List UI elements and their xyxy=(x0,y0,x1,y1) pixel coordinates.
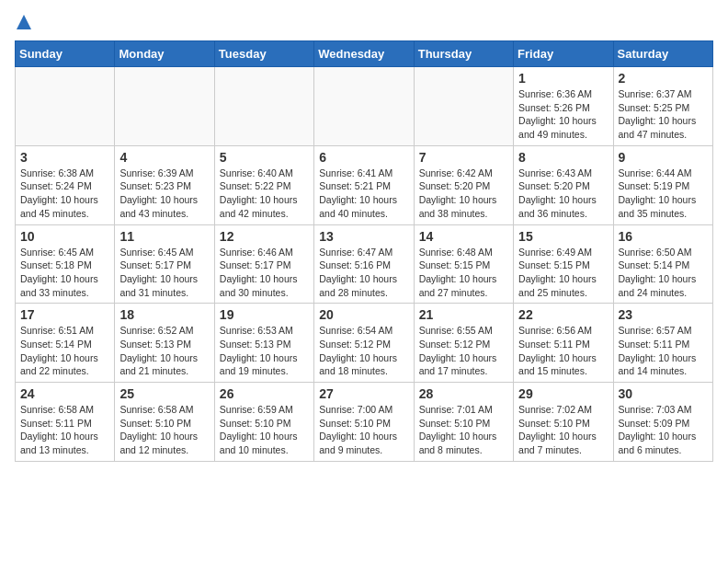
day-number: 16 xyxy=(619,229,708,244)
day-info: Sunrise: 6:49 AM Sunset: 5:15 PM Dayligh… xyxy=(518,246,608,300)
calendar-cell: 18Sunrise: 6:52 AM Sunset: 5:13 PM Dayli… xyxy=(115,304,214,383)
day-info: Sunrise: 6:57 AM Sunset: 5:11 PM Dayligh… xyxy=(619,324,708,378)
day-info: Sunrise: 7:03 AM Sunset: 5:09 PM Dayligh… xyxy=(619,403,708,457)
weekday-header-wednesday: Wednesday xyxy=(314,41,414,67)
calendar-cell: 7Sunrise: 6:42 AM Sunset: 5:20 PM Daylig… xyxy=(414,145,513,224)
day-number: 22 xyxy=(518,307,608,322)
calendar-cell: 12Sunrise: 6:46 AM Sunset: 5:17 PM Dayli… xyxy=(214,224,313,304)
weekday-header-thursday: Thursday xyxy=(414,41,513,67)
day-info: Sunrise: 6:39 AM Sunset: 5:23 PM Dayligh… xyxy=(119,167,209,221)
calendar-cell: 17Sunrise: 6:51 AM Sunset: 5:14 PM Dayli… xyxy=(16,304,115,383)
day-number: 20 xyxy=(319,307,408,322)
calendar-cell xyxy=(115,67,214,146)
calendar-cell xyxy=(414,67,513,146)
day-info: Sunrise: 6:38 AM Sunset: 5:24 PM Dayligh… xyxy=(20,167,109,221)
day-info: Sunrise: 6:47 AM Sunset: 5:16 PM Dayligh… xyxy=(319,246,408,300)
calendar-cell xyxy=(214,67,313,146)
day-info: Sunrise: 6:56 AM Sunset: 5:11 PM Dayligh… xyxy=(518,324,608,378)
day-number: 6 xyxy=(319,150,408,165)
weekday-header-friday: Friday xyxy=(514,41,613,67)
calendar-cell: 5Sunrise: 6:40 AM Sunset: 5:22 PM Daylig… xyxy=(214,145,313,224)
day-info: Sunrise: 6:50 AM Sunset: 5:14 PM Dayligh… xyxy=(619,246,708,300)
calendar-cell: 15Sunrise: 6:49 AM Sunset: 5:15 PM Dayli… xyxy=(514,224,613,304)
calendar-cell: 13Sunrise: 6:47 AM Sunset: 5:16 PM Dayli… xyxy=(314,224,414,304)
day-number: 27 xyxy=(319,386,408,401)
day-info: Sunrise: 6:45 AM Sunset: 5:17 PM Dayligh… xyxy=(119,246,209,300)
day-number: 28 xyxy=(419,386,508,401)
day-info: Sunrise: 6:51 AM Sunset: 5:14 PM Dayligh… xyxy=(20,324,109,378)
calendar-cell: 30Sunrise: 7:03 AM Sunset: 5:09 PM Dayli… xyxy=(613,383,712,462)
day-info: Sunrise: 6:37 AM Sunset: 5:25 PM Dayligh… xyxy=(619,87,708,142)
day-number: 14 xyxy=(419,229,508,244)
day-number: 8 xyxy=(518,150,608,165)
calendar-cell: 24Sunrise: 6:58 AM Sunset: 5:11 PM Dayli… xyxy=(16,383,115,462)
calendar-cell: 9Sunrise: 6:44 AM Sunset: 5:19 PM Daylig… xyxy=(613,145,712,224)
calendar-cell: 8Sunrise: 6:43 AM Sunset: 5:20 PM Daylig… xyxy=(514,145,613,224)
day-info: Sunrise: 6:58 AM Sunset: 5:11 PM Dayligh… xyxy=(20,403,109,457)
calendar-cell xyxy=(16,67,115,146)
day-number: 13 xyxy=(319,229,408,244)
calendar-cell: 14Sunrise: 6:48 AM Sunset: 5:15 PM Dayli… xyxy=(414,224,513,304)
logo xyxy=(15,15,31,29)
calendar-cell: 4Sunrise: 6:39 AM Sunset: 5:23 PM Daylig… xyxy=(115,145,214,224)
day-number: 10 xyxy=(20,229,109,244)
day-number: 11 xyxy=(119,229,209,244)
calendar-cell: 28Sunrise: 7:01 AM Sunset: 5:10 PM Dayli… xyxy=(414,383,513,462)
calendar-table: SundayMondayTuesdayWednesdayThursdayFrid… xyxy=(15,40,713,462)
day-info: Sunrise: 6:41 AM Sunset: 5:21 PM Dayligh… xyxy=(319,167,408,221)
day-number: 9 xyxy=(619,150,708,165)
calendar-cell: 20Sunrise: 6:54 AM Sunset: 5:12 PM Dayli… xyxy=(314,304,414,383)
day-info: Sunrise: 6:46 AM Sunset: 5:17 PM Dayligh… xyxy=(220,246,309,300)
calendar-cell: 16Sunrise: 6:50 AM Sunset: 5:14 PM Dayli… xyxy=(613,224,712,304)
calendar-week-5: 24Sunrise: 6:58 AM Sunset: 5:11 PM Dayli… xyxy=(16,383,713,462)
day-number: 5 xyxy=(220,150,309,165)
calendar-cell: 27Sunrise: 7:00 AM Sunset: 5:10 PM Dayli… xyxy=(314,383,414,462)
calendar-cell: 23Sunrise: 6:57 AM Sunset: 5:11 PM Dayli… xyxy=(613,304,712,383)
day-info: Sunrise: 6:58 AM Sunset: 5:10 PM Dayligh… xyxy=(119,403,209,457)
day-number: 17 xyxy=(20,307,109,322)
calendar-cell: 6Sunrise: 6:41 AM Sunset: 5:21 PM Daylig… xyxy=(314,145,414,224)
day-info: Sunrise: 6:43 AM Sunset: 5:20 PM Dayligh… xyxy=(518,167,608,221)
calendar-week-4: 17Sunrise: 6:51 AM Sunset: 5:14 PM Dayli… xyxy=(16,304,713,383)
day-number: 4 xyxy=(119,150,209,165)
day-number: 26 xyxy=(220,386,309,401)
day-info: Sunrise: 6:36 AM Sunset: 5:26 PM Dayligh… xyxy=(518,87,608,142)
day-info: Sunrise: 6:42 AM Sunset: 5:20 PM Dayligh… xyxy=(419,167,508,221)
day-number: 24 xyxy=(20,386,109,401)
day-number: 21 xyxy=(419,307,508,322)
calendar-cell: 10Sunrise: 6:45 AM Sunset: 5:18 PM Dayli… xyxy=(16,224,115,304)
day-number: 25 xyxy=(119,386,209,401)
calendar-cell: 1Sunrise: 6:36 AM Sunset: 5:26 PM Daylig… xyxy=(514,67,613,146)
calendar-week-2: 3Sunrise: 6:38 AM Sunset: 5:24 PM Daylig… xyxy=(16,145,713,224)
calendar-cell: 29Sunrise: 7:02 AM Sunset: 5:10 PM Dayli… xyxy=(514,383,613,462)
day-number: 18 xyxy=(119,307,209,322)
calendar-header-row: SundayMondayTuesdayWednesdayThursdayFrid… xyxy=(16,41,713,67)
day-info: Sunrise: 7:02 AM Sunset: 5:10 PM Dayligh… xyxy=(518,403,608,457)
calendar-week-3: 10Sunrise: 6:45 AM Sunset: 5:18 PM Dayli… xyxy=(16,224,713,304)
day-info: Sunrise: 6:53 AM Sunset: 5:13 PM Dayligh… xyxy=(220,324,309,378)
calendar-cell: 11Sunrise: 6:45 AM Sunset: 5:17 PM Dayli… xyxy=(115,224,214,304)
calendar-cell: 21Sunrise: 6:55 AM Sunset: 5:12 PM Dayli… xyxy=(414,304,513,383)
day-info: Sunrise: 7:00 AM Sunset: 5:10 PM Dayligh… xyxy=(319,403,408,457)
day-info: Sunrise: 6:45 AM Sunset: 5:18 PM Dayligh… xyxy=(20,246,109,300)
calendar-cell: 19Sunrise: 6:53 AM Sunset: 5:13 PM Dayli… xyxy=(214,304,313,383)
weekday-header-sunday: Sunday xyxy=(16,41,115,67)
day-info: Sunrise: 6:52 AM Sunset: 5:13 PM Dayligh… xyxy=(119,324,209,378)
day-info: Sunrise: 6:48 AM Sunset: 5:15 PM Dayligh… xyxy=(419,246,508,300)
day-info: Sunrise: 6:55 AM Sunset: 5:12 PM Dayligh… xyxy=(419,324,508,378)
calendar-cell: 22Sunrise: 6:56 AM Sunset: 5:11 PM Dayli… xyxy=(514,304,613,383)
calendar-cell: 2Sunrise: 6:37 AM Sunset: 5:25 PM Daylig… xyxy=(613,67,712,146)
day-info: Sunrise: 6:59 AM Sunset: 5:10 PM Dayligh… xyxy=(220,403,309,457)
calendar-cell: 3Sunrise: 6:38 AM Sunset: 5:24 PM Daylig… xyxy=(16,145,115,224)
weekday-header-monday: Monday xyxy=(115,41,214,67)
day-info: Sunrise: 7:01 AM Sunset: 5:10 PM Dayligh… xyxy=(419,403,508,457)
day-number: 29 xyxy=(518,386,608,401)
day-number: 23 xyxy=(619,307,708,322)
calendar-cell: 26Sunrise: 6:59 AM Sunset: 5:10 PM Dayli… xyxy=(214,383,313,462)
weekday-header-tuesday: Tuesday xyxy=(214,41,313,67)
day-number: 12 xyxy=(220,229,309,244)
day-info: Sunrise: 6:54 AM Sunset: 5:12 PM Dayligh… xyxy=(319,324,408,378)
day-number: 2 xyxy=(619,71,708,86)
day-number: 15 xyxy=(518,229,608,244)
day-info: Sunrise: 6:40 AM Sunset: 5:22 PM Dayligh… xyxy=(220,167,309,221)
